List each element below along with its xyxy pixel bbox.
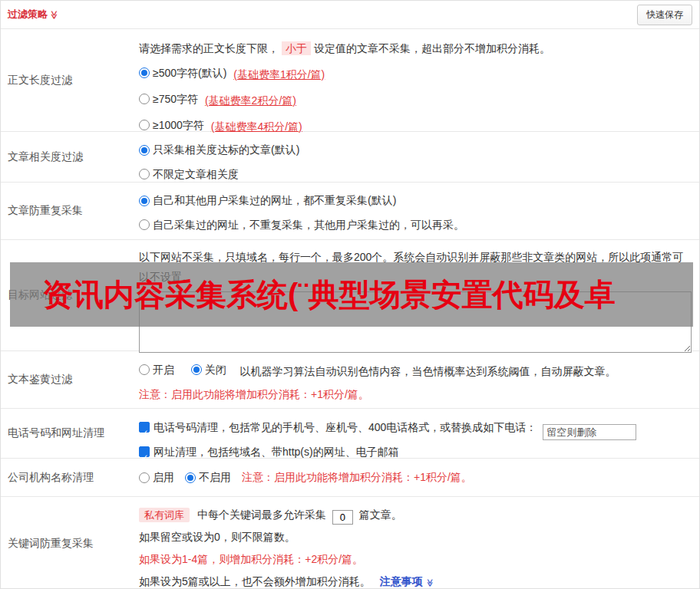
radio-button[interactable]	[139, 145, 150, 156]
section-keyword-dedup: 关键词防重复采集 私有词库 中每个关键词最多允许采集 篇文章。 如果留空或设为0…	[1, 496, 699, 589]
checkbox[interactable]	[139, 446, 150, 457]
section-label: 公司机构名称清理	[1, 459, 134, 496]
option-fee: (基础费率1积分/篇)	[233, 68, 325, 81]
radio-button[interactable]	[139, 67, 150, 78]
chevron-down-icon[interactable]: ≫	[50, 10, 58, 19]
private-lexicon-tag: 私有词库	[139, 508, 190, 522]
section-porn-filter: 文本鉴黄过滤 开启 关闭 以机器学习算法自动识别色情内容，当色情概率达到系统阈值…	[1, 350, 699, 408]
radio-button[interactable]	[139, 364, 150, 375]
section-label: 关键词防重复采集	[1, 497, 134, 589]
radio-button[interactable]	[139, 169, 150, 179]
option-label: 电话号码清理，包括常见的手机号、座机号、400电话格式，或替换成如下电话：	[154, 416, 537, 439]
option-label: 自己和其他用户采集过的网址，都不重复采集(默认)	[153, 189, 396, 212]
keyword-note-five: 如果设为5篇或以上，也不会额外增加积分消耗。	[139, 575, 371, 587]
radio-button[interactable]	[139, 219, 150, 230]
keyword-note-zero: 如果留空或设为0，则不限篇数。	[139, 526, 692, 548]
relevance-option-strict[interactable]: 只采集相关度达标的文章(默认)	[139, 139, 299, 161]
section-label: 文章相关度过滤	[1, 132, 134, 182]
section-phone-url-clean: 电话号码和网址清理 电话号码清理，包括常见的手机号、座机号、400电话格式，或替…	[1, 408, 699, 458]
porn-filter-on[interactable]: 开启	[139, 358, 174, 381]
option-label: 启用	[153, 471, 174, 485]
section-company-clean: 公司机构名称清理 启用 不启用 注意：启用此功能将增加积分消耗：+1积分/篇。	[1, 458, 699, 496]
company-clean-off[interactable]: 不启用	[185, 471, 231, 485]
section-length-filter: 正文长度过滤 请选择需求的正文长度下限，小于设定值的文章不采集，超出部分不增加积…	[1, 28, 699, 131]
keyword-note-fee: 如果设为1-4篇，则增加积分消耗：+2积分/篇。	[139, 548, 692, 571]
radio-button[interactable]	[139, 120, 150, 130]
length-option-500[interactable]: ≥500字符(默认)	[139, 61, 226, 85]
checkbox[interactable]	[139, 422, 150, 433]
option-label: 只采集相关度达标的文章(默认)	[153, 139, 299, 161]
radio-button[interactable]	[191, 364, 202, 375]
section-label: 文章防重复采集	[1, 183, 134, 239]
notes-link[interactable]: 注意事项 ≫	[380, 575, 434, 587]
filter-strategy-page: 过滤策略 ≫ 快速保存 正文长度过滤 请选择需求的正文长度下限，小于设定值的文章…	[0, 0, 700, 589]
quick-save-button[interactable]: 快速保存	[637, 5, 692, 25]
option-label: ≥500字符(默认)	[153, 61, 226, 85]
section-label: 正文长度过滤	[1, 29, 134, 131]
topbar: 过滤策略 ≫ 快速保存	[1, 1, 699, 28]
porn-filter-off[interactable]: 关闭	[191, 358, 226, 381]
radio-button[interactable]	[139, 196, 150, 206]
watermark-text: 资讯内容采集系统(¨典型场景安置代码及卓	[42, 274, 616, 316]
length-option-750[interactable]: ≥750字符	[139, 87, 198, 111]
option-fee: (基础费率2积分/篇)	[205, 94, 296, 107]
page-title: 过滤策略 ≫	[8, 8, 59, 21]
chevron-down-icon: ≫	[426, 579, 434, 587]
page-title-text: 过滤策略	[8, 8, 48, 21]
option-label: 关闭	[205, 358, 226, 381]
option-label: 自己采集过的网址，不重复采集，其他用户采集过的，可以再采。	[153, 214, 464, 236]
section-dedup-filter: 文章防重复采集 自己和其他用户采集过的网址，都不重复采集(默认) 自己采集过的网…	[1, 182, 699, 239]
dedup-option-self[interactable]: 自己采集过的网址，不重复采集，其他用户采集过的，可以再采。	[139, 214, 464, 236]
company-clean-on[interactable]: 启用	[139, 471, 174, 485]
watermark-overlay: 资讯内容采集系统(¨典型场景安置代码及卓	[10, 262, 693, 327]
max-articles-input[interactable]	[332, 510, 353, 525]
option-label: 不启用	[199, 471, 231, 485]
section-label: 电话号码和网址清理	[1, 409, 134, 458]
option-fee: (基础费率4积分/篇)	[211, 120, 302, 133]
option-label: ≥750字符	[153, 87, 198, 111]
length-intro: 请选择需求的正文长度下限，小于设定值的文章不采集，超出部分不增加积分消耗。	[139, 36, 692, 61]
phone-clean-checkbox-option[interactable]: 电话号码清理，包括常见的手机号、座机号、400电话格式，或替换成如下电话：	[139, 416, 537, 439]
radio-button[interactable]	[185, 472, 196, 483]
section-relevance-filter: 文章相关度过滤 只采集相关度达标的文章(默认) 不限定文章相关度	[1, 131, 699, 182]
length-option-row: ≥750字符 (基础费率2积分/篇)	[139, 87, 692, 113]
porn-filter-note: 注意：启用此功能将增加积分消耗：+1积分/篇。	[139, 383, 692, 406]
radio-button[interactable]	[139, 472, 150, 483]
porn-filter-description: 以机器学习算法自动识别色情内容，当色情概率达到系统阈值，自动屏蔽文章。	[240, 365, 616, 377]
length-option-row: ≥500字符(默认) (基础费率1积分/篇)	[139, 61, 692, 87]
company-clean-note: 注意：启用此功能将增加积分消耗：+1积分/篇。	[242, 471, 472, 485]
highlight-keyword: 小于	[282, 41, 311, 55]
dedup-option-global[interactable]: 自己和其他用户采集过的网址，都不重复采集(默认)	[139, 189, 396, 212]
section-label: 文本鉴黄过滤	[1, 351, 134, 408]
replacement-phone-input[interactable]	[543, 424, 636, 440]
option-label: 开启	[153, 358, 174, 381]
radio-button[interactable]	[139, 94, 150, 104]
